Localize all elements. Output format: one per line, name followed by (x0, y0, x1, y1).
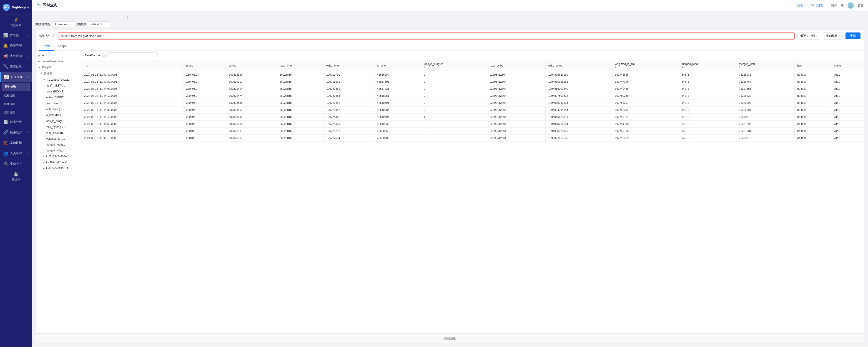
table-cell: vda1 (831, 106, 864, 113)
tree-item-ts[interactable]: _ts (TIMESTA... (36, 83, 81, 89)
timeseries-icon: 📈 (4, 74, 9, 79)
datasource-select[interactable]: td-test01 (88, 21, 110, 27)
table-cell: 86028815 (277, 85, 323, 93)
sidebar-item-realtime-query[interactable]: 即时查询 (2, 83, 30, 91)
tree-item-read-time[interactable]: read_time (BI... (36, 100, 81, 106)
sidebar-item-metric-view[interactable]: 指标视图 (0, 92, 32, 100)
table-cell: nb-test (794, 113, 831, 120)
sidebar-submenu-label: 即时查询 (5, 85, 16, 88)
table-cell: 34873 (679, 93, 736, 100)
add-panel-label: 添加面板 (444, 337, 456, 340)
time-range-select[interactable]: 最近 1 小时 ▾ (797, 32, 820, 39)
tree-item-normal-table[interactable]: ▼ 普通表 (36, 70, 81, 77)
table-cell: 2024-08-13T11:44:10.000Z (82, 93, 183, 100)
separator: | (807, 4, 808, 7)
tree-item-read-bytes[interactable]: read_bytes (B... (36, 124, 81, 130)
query-execute-button[interactable]: 查询 (845, 32, 861, 39)
tree-item-log[interactable]: ▶ log (36, 53, 81, 58)
tree-item-io-time[interactable]: io_time (BIGI... (36, 112, 81, 118)
sidebar-item-integration[interactable]: 🔌 集成中心 › (0, 159, 32, 169)
docs-link[interactable]: 文档 (797, 3, 803, 7)
table-cell: 1994900967424 (546, 100, 612, 106)
query-info-icon[interactable]: i (52, 34, 55, 37)
sidebar-item-quick-jump[interactable]: ⚡ 快捷跳转 (0, 15, 32, 30)
tree-item-weighted-io[interactable]: weighted_io_t... (36, 136, 81, 142)
tree-item-t912[interactable]: ▼ t_912c54a77cca3... (36, 77, 81, 83)
sidebar-item-trace[interactable]: 🔗 链路追踪 › (0, 127, 32, 138)
avatar (847, 2, 854, 9)
table-cell: 42519938 (374, 120, 421, 128)
sidebar-item-quick-view[interactable]: 快捷视图 (0, 100, 32, 108)
table-cell: 73227585 (736, 85, 794, 93)
sidebar-item-alert-self[interactable]: 🔧 告警自愈 › (0, 61, 32, 72)
time-format-input[interactable] (107, 53, 158, 58)
tree-item-merged-writes[interactable]: merged_write... (36, 148, 81, 153)
sidebar-item-record-rule[interactable]: 记录规则 (0, 108, 32, 117)
query-template-button[interactable]: 查询模板 ▾ (823, 32, 843, 39)
table-cell: vda1 (831, 128, 864, 135)
sidebar-submenu-label: 记录规则 (4, 111, 15, 114)
tree-item-tdb7[interactable]: ▶ t_db7e0e3245874... (36, 165, 81, 171)
chevron-right-icon: › (28, 131, 29, 134)
col-header-write-time: write_time (323, 60, 374, 71)
language-selector[interactable]: 简体 (831, 3, 837, 7)
table-row: 2024-08-13T11:45:10.000Z2804061100829397… (82, 135, 864, 142)
table-cell: 34873 (679, 100, 736, 106)
sidebar-item-label: 告警通知 (10, 54, 22, 58)
col-header-merged-writes: merged_writes (736, 60, 794, 71)
table-cell: 106721454 (323, 93, 374, 100)
tree-item-write-bytes[interactable]: write_bytes (B... (36, 130, 81, 136)
table-cell: 0 (421, 120, 487, 128)
datasource-label: 数据源 (77, 22, 86, 26)
query-input[interactable] (58, 32, 795, 39)
sidebar-item-log[interactable]: 📄 日志分析 › (0, 117, 32, 127)
tab-graph[interactable]: Graph (54, 42, 70, 50)
data-panel: TimeFormat i _ts reads writes (81, 50, 864, 334)
col-header-writes: writes (226, 60, 277, 71)
tree-item-tc1b[interactable]: ▶ t_c1b9cbd81ace1... (36, 160, 81, 165)
table-cell: 0 (421, 100, 487, 106)
sidebar-item-timeseries[interactable]: 📈 时序指标 ∨ (0, 72, 32, 82)
tree-item-reads[interactable]: reads (BIGINT... (36, 89, 81, 95)
table-cell: 34873 (679, 135, 736, 142)
table-cell: 0 (421, 71, 487, 78)
sidebar-item-dashboard[interactable]: 📊 仪表盘 › (0, 30, 32, 40)
table-cell: 86028815 (277, 71, 323, 78)
table-cell: 192750269 (612, 93, 679, 100)
table-cell: nb-test (794, 71, 831, 78)
logo-text: Nightingale (12, 5, 29, 9)
tree-item-iops[interactable]: iops_in_progr... (36, 118, 81, 124)
sidebar-item-personnel[interactable]: 👥 人员组织 › (0, 148, 32, 159)
tree-item-write-time[interactable]: write_time (BI... (36, 106, 81, 112)
tree-item-t25b[interactable]: ▶ t_25b6946d304ef... (36, 153, 81, 160)
audit-link[interactable]: 审计管理 (811, 3, 823, 7)
table-row: 2024-08-13T11:44:50.000Z2804061100826935… (82, 120, 864, 128)
topbar: 📉 即时查询 文档 | 审计管理 | 简体 ⚙ 超管 (32, 0, 868, 11)
sidebar-item-datasource[interactable]: 💾 数据源 (0, 169, 32, 184)
chevron-right-icon: › (28, 65, 29, 68)
sidebar-item-label: 链路追踪 (10, 130, 22, 134)
add-panel-footer[interactable]: 添加面板 (35, 334, 864, 343)
tree-item-merged-reads[interactable]: merged_reads... (36, 142, 81, 148)
col-header-read-bytes: read_bytes (487, 60, 546, 71)
tree-item-telegraf[interactable]: ▼ telegraf (36, 64, 81, 70)
time-format-info-icon[interactable]: i (102, 54, 106, 57)
table-cell: 192749466 (612, 85, 679, 93)
sidebar-item-alert-mgmt[interactable]: 🔔 告警管理 › (0, 40, 32, 51)
sidebar-item-infra[interactable]: 🏗️ 基础设施 › (0, 138, 32, 148)
table-cell: 92293412864 (487, 100, 546, 106)
sidebar-submenu-label: 快捷视图 (4, 102, 15, 106)
table-cell: 34873 (679, 106, 736, 113)
table-cell: 1 (421, 113, 487, 120)
tab-table[interactable]: Table (39, 42, 54, 50)
table-row: 2024-08-13T11:43:40.000Z2804061100818996… (82, 71, 864, 78)
table-cell: 73226764 (736, 78, 794, 85)
datasource-type-select[interactable]: TDengine (52, 21, 75, 27)
settings-icon[interactable]: ⚙ (841, 3, 844, 7)
tree-item-writes[interactable]: writes (BIGINT... (36, 95, 81, 100)
col-header-name: name (831, 60, 864, 71)
table-row: 2024-08-13T11:45:00.000Z2804061100828111… (82, 128, 864, 135)
sidebar-item-alert-notify[interactable]: 📢 告警通知 › (0, 51, 32, 61)
chevron-down-icon: ▼ (40, 72, 42, 75)
tree-item-prometheus[interactable]: ▶ prometheus_data (36, 58, 81, 64)
